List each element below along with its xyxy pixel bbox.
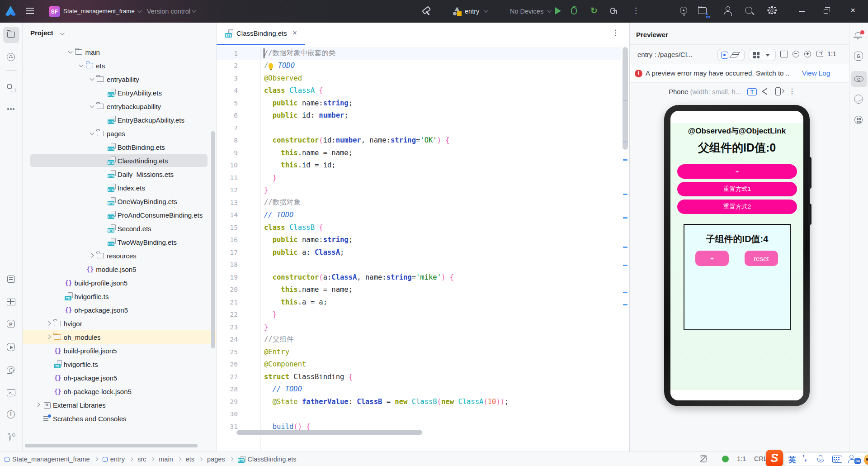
window-minimize-button[interactable] [799, 11, 805, 12]
tree-chevron-icon[interactable] [89, 130, 96, 137]
project-avatar[interactable]: SF [49, 6, 60, 17]
preview-plus-button[interactable]: + [677, 164, 797, 179]
zoom-ratio-label[interactable]: 1:1 [827, 50, 836, 57]
version-control-menu[interactable]: Version control [147, 8, 190, 15]
account-icon[interactable] [726, 6, 730, 11]
editor-horizontal-scrollbar[interactable] [236, 430, 422, 435]
tree-item-resources[interactable]: resources [23, 249, 216, 262]
module-selector[interactable]: entry [465, 8, 479, 15]
line-number[interactable]: 30 [217, 410, 238, 418]
profiler-toolwindow-icon[interactable] [6, 365, 16, 375]
breadcrumb-item[interactable]: pages [207, 456, 225, 463]
settings-icon[interactable] [769, 8, 774, 14]
breadcrumb-item[interactable]: src [137, 456, 146, 463]
debug-button[interactable] [571, 7, 577, 14]
tree-item-oh-package-json5[interactable]: {}oh-package.json5 [23, 303, 216, 317]
tree-item-entrybackupability-ets[interactable]: ETSEntryBackupAbility.ets [23, 113, 216, 127]
tree-item-proandconsumebinding-ets[interactable]: ETSProAndConsumeBinding.ets [23, 208, 216, 222]
sogou-ime-icon[interactable]: S [766, 450, 783, 466]
tree-item-daily-missions-ets[interactable]: ETSDaily_Missions.ets [23, 167, 216, 181]
component-preview-icon[interactable]: T [747, 88, 757, 95]
tree-chevron-icon[interactable] [35, 401, 42, 409]
more-actions-icon[interactable]: ⋮ [632, 6, 640, 15]
line-number[interactable]: 23 [217, 323, 238, 331]
ime-language-toggle[interactable]: 英 [788, 455, 796, 465]
preview-reset2-button[interactable]: 重置方式2 [677, 200, 797, 214]
tab-close-icon[interactable]: × [292, 29, 297, 38]
tree-item-hvigorfile-ts[interactable]: TShvigorfile.ts [23, 290, 216, 303]
tree-item-oh-package-lock-json5[interactable]: {}oh-package-lock.json5 [23, 385, 216, 398]
restart-button[interactable]: ↻ [590, 5, 598, 16]
project-tree-vertical-scrollbar[interactable] [211, 131, 215, 348]
line-number[interactable]: 7 [217, 124, 238, 132]
line-number[interactable]: 11 [217, 174, 238, 181]
line-number[interactable]: 26 [217, 361, 238, 368]
tree-item-oh-package-json5[interactable]: {}oh-package.json5 [23, 371, 216, 385]
breadcrumb-item[interactable]: ets [186, 456, 194, 463]
line-number[interactable]: 24 [217, 336, 238, 343]
tree-item-module-json5[interactable]: {}module.json5 [23, 262, 216, 276]
device-selector[interactable]: No Devices [510, 8, 543, 15]
attach-debugger-button[interactable] [610, 8, 615, 14]
ime-account-icon[interactable] [849, 455, 854, 459]
ime-keyboard-icon[interactable] [832, 456, 842, 463]
line-number[interactable]: 29 [217, 398, 238, 405]
grid-dropdown-icon[interactable] [765, 54, 770, 57]
line-number[interactable]: 6 [217, 112, 238, 119]
tree-item-entryability[interactable]: entryability [23, 72, 216, 86]
line-number[interactable]: 28 [217, 385, 238, 393]
terminal-toolwindow-icon[interactable]: >_ [6, 388, 16, 398]
search-icon[interactable] [745, 7, 752, 14]
line-number[interactable]: 27 [217, 373, 238, 380]
ime-punctuation-toggle[interactable]: ’, [802, 454, 807, 463]
line-number[interactable]: 13 [217, 199, 238, 206]
line-number[interactable]: 3 [217, 75, 238, 82]
services-toolwindow-icon[interactable] [6, 342, 16, 352]
main-menu-icon[interactable] [26, 8, 34, 14]
fit-screen-icon[interactable] [816, 51, 823, 57]
view-log-link[interactable]: View Log [802, 69, 830, 77]
line-number[interactable]: 12 [217, 186, 238, 194]
line-number[interactable]: 1 [217, 50, 238, 57]
layers-icon[interactable] [732, 52, 740, 54]
project-toolwindow-button[interactable] [3, 27, 19, 43]
ai-assistant-icon[interactable]: G [854, 52, 864, 62]
structure-toolwindow-icon[interactable] [6, 83, 16, 93]
tree-item-entrybackupability[interactable]: entrybackupability [23, 100, 216, 113]
tree-item-build-profile-json5[interactable]: {}build-profile.json5 [23, 344, 216, 357]
grid-view-icon[interactable] [753, 52, 756, 55]
editor-options-icon[interactable]: ⋮ [612, 28, 619, 38]
todo-toolwindow-icon[interactable] [6, 274, 16, 284]
code-area[interactable]: 1//数据对象中嵌套的类2/ TODO3@Observed4class Clas… [217, 47, 630, 452]
notifications-icon[interactable] [854, 31, 864, 41]
breadcrumb[interactable]: State_management_frameentrysrcmainetspag… [5, 452, 297, 466]
project-panel-title[interactable]: Project [30, 29, 53, 37]
preview-child-plus-button[interactable]: + [695, 251, 729, 266]
tree-item-external-libraries[interactable]: External Libraries [23, 398, 216, 412]
window-maximize-button[interactable] [824, 9, 828, 14]
previewer-path[interactable]: entry : /pages/Cl... [637, 51, 693, 58]
git-toolwindow-icon[interactable] [6, 433, 16, 442]
project-structure-icon[interactable] [698, 7, 707, 14]
rotate-left-icon[interactable] [762, 88, 767, 95]
frame-select-icon[interactable] [780, 51, 788, 57]
line-number[interactable]: 16 [217, 236, 238, 243]
line-number[interactable]: 5 [217, 100, 238, 107]
run-button[interactable] [555, 7, 561, 14]
tree-item-hvigorfile-ts[interactable]: TShvigorfile.ts [23, 357, 216, 371]
line-number[interactable]: 2 [217, 62, 238, 69]
tree-item-hvigor[interactable]: hvigor [23, 317, 216, 330]
line-number[interactable]: 17 [217, 249, 238, 256]
breadcrumb-item[interactable]: State_management_frame [12, 456, 90, 463]
ime-skin-icon[interactable] [864, 454, 868, 465]
line-number[interactable]: 10 [217, 162, 238, 169]
tree-item-index-ets[interactable]: ETSIndex.ets [23, 181, 216, 195]
ime-mic-icon[interactable] [819, 455, 822, 461]
tree-item-build-profile-json5[interactable]: {}build-profile.json5 [23, 276, 216, 290]
line-number[interactable]: 14 [217, 211, 238, 219]
previewer-toolwindow-button[interactable] [851, 71, 867, 87]
line-number[interactable]: 25 [217, 348, 238, 356]
build-icon[interactable] [420, 5, 434, 18]
tree-item-oh-modules[interactable]: oh_modules [23, 330, 216, 344]
line-number[interactable]: 4 [217, 87, 238, 94]
